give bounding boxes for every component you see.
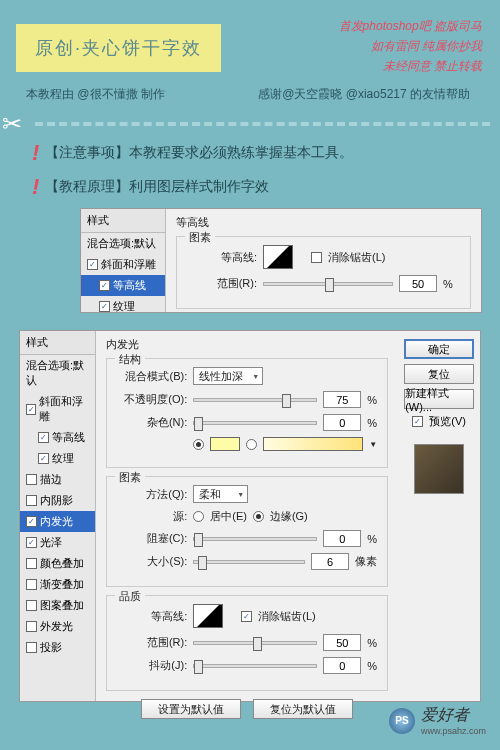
checkbox-icon[interactable]: ✓ xyxy=(38,453,49,464)
pct-label: % xyxy=(367,417,377,429)
noise-input[interactable] xyxy=(323,414,361,431)
sidebar-item-gradient-overlay[interactable]: 渐变叠加 xyxy=(20,574,95,595)
sidebar-item-bevel[interactable]: ✓斜面和浮雕 xyxy=(81,254,165,275)
source-edge-radio[interactable] xyxy=(253,511,264,522)
checkbox-icon[interactable] xyxy=(26,642,37,653)
elements-fieldset: 图素 方法(Q): 柔和 源: 居中(E) 边缘(G) 阻塞(C): % 大小(… xyxy=(106,476,388,587)
range-slider[interactable] xyxy=(263,282,393,286)
color-swatch[interactable] xyxy=(210,437,240,451)
fieldset-label: 品质 xyxy=(115,589,145,604)
technique-dropdown[interactable]: 柔和 xyxy=(193,485,248,503)
size-slider[interactable] xyxy=(193,560,305,564)
range-input[interactable] xyxy=(323,634,361,651)
checkbox-icon[interactable]: ✓ xyxy=(99,301,110,312)
jitter-input[interactable] xyxy=(323,657,361,674)
range-slider[interactable] xyxy=(193,641,317,645)
contour-settings: 等高线 图素 等高线: 消除锯齿(L) 范围(R): % xyxy=(166,209,481,312)
range-label: 范围(R): xyxy=(187,276,257,291)
color-radio[interactable] xyxy=(193,439,204,450)
sidebar-item-drop-shadow[interactable]: 投影 xyxy=(20,637,95,658)
source-center-label: 居中(E) xyxy=(210,509,247,524)
sidebar-item-stroke[interactable]: 描边 xyxy=(20,469,95,490)
gradient-swatch[interactable] xyxy=(263,437,363,451)
antialias-checkbox[interactable]: ✓ xyxy=(241,611,252,622)
bullet-text: 【教程原理】利用图层样式制作字效 xyxy=(45,178,269,196)
set-default-button[interactable]: 设置为默认值 xyxy=(141,699,241,719)
ok-button[interactable]: 确定 xyxy=(404,339,474,359)
checkbox-icon[interactable] xyxy=(26,579,37,590)
opacity-input[interactable] xyxy=(323,391,361,408)
dropdown-arrow-icon[interactable]: ▼ xyxy=(369,440,377,449)
new-style-button[interactable]: 新建样式(W)... xyxy=(404,389,474,409)
reset-default-button[interactable]: 复位为默认值 xyxy=(253,699,353,719)
source-edge-label: 边缘(G) xyxy=(270,509,308,524)
checkbox-icon[interactable]: ✓ xyxy=(26,537,37,548)
sidebar-item-contour[interactable]: ✓等高线 xyxy=(81,275,165,296)
pct-label: % xyxy=(367,660,377,672)
preview-checkbox[interactable]: ✓ xyxy=(412,416,423,427)
gradient-radio[interactable] xyxy=(246,439,257,450)
sidebar-item-pattern-overlay[interactable]: 图案叠加 xyxy=(20,595,95,616)
contour-picker[interactable] xyxy=(263,245,293,269)
px-label: 像素 xyxy=(355,554,377,569)
source-center-radio[interactable] xyxy=(193,511,204,522)
reset-button[interactable]: 复位 xyxy=(404,364,474,384)
noise-slider[interactable] xyxy=(193,421,317,425)
range-label: 范围(R): xyxy=(117,635,187,650)
title-box: 原创·夹心饼干字效 xyxy=(16,24,221,72)
antialias-checkbox[interactable] xyxy=(311,252,322,263)
checkbox-icon[interactable] xyxy=(26,474,37,485)
checkbox-icon[interactable] xyxy=(26,621,37,632)
checkbox-icon[interactable]: ✓ xyxy=(26,516,37,527)
pct-label: % xyxy=(367,394,377,406)
checkbox-icon[interactable]: ✓ xyxy=(26,404,36,415)
pct-label: % xyxy=(367,637,377,649)
notice-line: 如有雷同 纯属你抄我 xyxy=(339,36,482,56)
logo-icon: PS xyxy=(389,708,415,734)
sidebar-header: 样式 xyxy=(81,209,165,233)
exclaim-icon: ! xyxy=(32,174,39,200)
size-label: 大小(S): xyxy=(117,554,187,569)
contour-label: 等高线: xyxy=(117,609,187,624)
opacity-slider[interactable] xyxy=(193,398,317,402)
style-sidebar: 样式 混合选项:默认 ✓斜面和浮雕 ✓等高线 ✓纹理 xyxy=(81,209,166,312)
sidebar-item-color-overlay[interactable]: 颜色叠加 xyxy=(20,553,95,574)
sidebar-item-inner-shadow[interactable]: 内阴影 xyxy=(20,490,95,511)
contour-picker[interactable] xyxy=(193,604,223,628)
choke-label: 阻塞(C): xyxy=(117,531,187,546)
range-input[interactable] xyxy=(399,275,437,292)
notice-line: 未经同意 禁止转载 xyxy=(339,56,482,76)
pct-label: % xyxy=(443,278,453,290)
credits-text: 本教程由 @很不懂撒 制作 xyxy=(26,86,165,103)
opacity-label: 不透明度(O): xyxy=(117,392,187,407)
blend-mode-label: 混合模式(B): xyxy=(117,369,187,384)
elements-fieldset: 图素 等高线: 消除锯齿(L) 范围(R): % xyxy=(176,236,471,309)
fieldset-label: 图素 xyxy=(115,470,145,485)
blend-mode-dropdown[interactable]: 线性加深 xyxy=(193,367,263,385)
checkbox-icon[interactable] xyxy=(26,558,37,569)
sidebar-item-texture[interactable]: ✓纹理 xyxy=(20,448,95,469)
group-title: 等高线 xyxy=(176,215,471,230)
checkbox-icon[interactable]: ✓ xyxy=(87,259,98,270)
sidebar-item-inner-glow[interactable]: ✓内发光 xyxy=(20,511,95,532)
checkbox-icon[interactable]: ✓ xyxy=(99,280,110,291)
sidebar-item-texture[interactable]: ✓纹理 xyxy=(81,296,165,317)
checkbox-icon[interactable]: ✓ xyxy=(38,432,49,443)
thanks-text: 感谢@天空霞晓 @xiao5217 的友情帮助 xyxy=(258,86,470,103)
checkbox-icon[interactable] xyxy=(26,600,37,611)
sidebar-item-outer-glow[interactable]: 外发光 xyxy=(20,616,95,637)
sidebar-item-blend[interactable]: 混合选项:默认 xyxy=(81,233,165,254)
sidebar-item-bevel[interactable]: ✓斜面和浮雕 xyxy=(20,391,95,427)
sidebar-item-satin[interactable]: ✓光泽 xyxy=(20,532,95,553)
sidebar-item-contour[interactable]: ✓等高线 xyxy=(20,427,95,448)
choke-slider[interactable] xyxy=(193,537,317,541)
checkbox-icon[interactable] xyxy=(26,495,37,506)
watermark: PS 爱好者 www.psahz.com xyxy=(389,705,486,736)
size-input[interactable] xyxy=(311,553,349,570)
choke-input[interactable] xyxy=(323,530,361,547)
scissors-icon: ✂ xyxy=(2,110,22,138)
jitter-slider[interactable] xyxy=(193,664,317,668)
antialias-label: 消除锯齿(L) xyxy=(328,250,385,265)
sidebar-item-blend[interactable]: 混合选项:默认 xyxy=(20,355,95,391)
exclaim-icon: ! xyxy=(32,140,39,166)
